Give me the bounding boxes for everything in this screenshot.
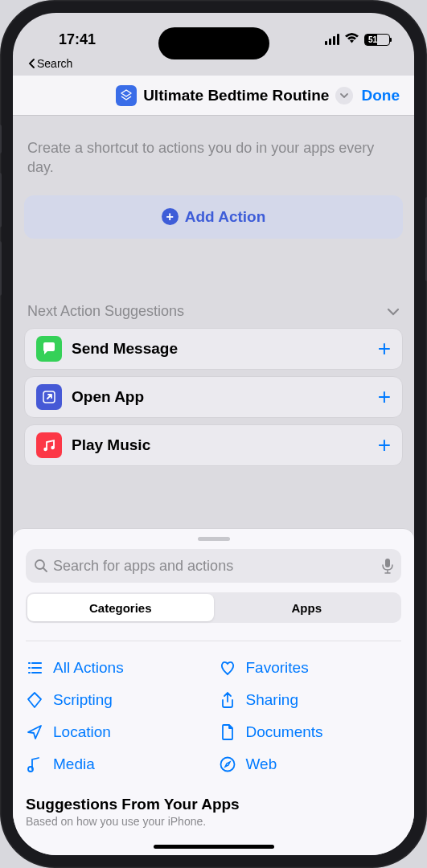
- wifi-icon: [344, 31, 359, 47]
- location-icon: [26, 723, 43, 741]
- list-icon: [26, 659, 43, 677]
- bottom-sheet[interactable]: Categories Apps All ActionsFavoritesScri…: [13, 529, 414, 855]
- instruction-text: Create a shortcut to actions you do in y…: [24, 138, 403, 178]
- svg-rect-4: [385, 559, 390, 567]
- category-scripting[interactable]: Scripting: [26, 691, 209, 709]
- message-app-icon: [36, 336, 62, 362]
- category-label: All Actions: [53, 659, 124, 677]
- suggestion-label: Play Music: [72, 436, 368, 454]
- shortcut-icon: [116, 85, 137, 106]
- category-label: Sharing: [246, 691, 299, 709]
- suggestions-header: Next Action Suggestions: [27, 303, 184, 320]
- page-title: Ultimate Bedtime Routine: [143, 87, 329, 104]
- open-app-icon: [36, 384, 62, 410]
- suggestion-row[interactable]: Open App +: [24, 376, 403, 418]
- share-icon: [219, 691, 236, 709]
- search-icon: [34, 559, 48, 573]
- tab-categories[interactable]: Categories: [27, 594, 214, 621]
- add-action-label: Add Action: [185, 208, 266, 226]
- add-suggestion-button[interactable]: +: [378, 384, 391, 410]
- battery-icon: 51: [364, 34, 390, 46]
- back-label: Search: [37, 57, 72, 70]
- heart-icon: [219, 659, 236, 677]
- sheet-grabber[interactable]: [198, 537, 230, 541]
- category-media[interactable]: Media: [26, 755, 209, 773]
- category-label: Web: [246, 755, 277, 773]
- category-label: Location: [53, 723, 111, 741]
- plus-circle-icon: +: [162, 208, 179, 225]
- back-button[interactable]: Search: [27, 57, 72, 70]
- done-button[interactable]: Done: [362, 87, 400, 104]
- category-documents[interactable]: Documents: [219, 723, 402, 741]
- svg-point-6: [220, 758, 234, 772]
- status-time: 17:41: [37, 31, 117, 48]
- add-suggestion-button[interactable]: +: [378, 336, 391, 362]
- category-label: Favorites: [246, 659, 309, 677]
- app-suggestions-sub: Based on how you use your iPhone.: [26, 815, 401, 828]
- suggestion-label: Open App: [72, 388, 368, 406]
- category-label: Media: [53, 755, 95, 773]
- search-input[interactable]: [53, 558, 377, 575]
- add-action-button[interactable]: + Add Action: [24, 195, 403, 239]
- collapse-button[interactable]: [387, 303, 400, 320]
- category-location[interactable]: Location: [26, 723, 209, 741]
- add-suggestion-button[interactable]: +: [378, 432, 391, 458]
- app-suggestions-header: Suggestions From Your Apps: [26, 796, 401, 813]
- compass-icon: [219, 755, 236, 773]
- music-app-icon: [36, 432, 62, 458]
- suggestion-label: Send Message: [72, 340, 368, 358]
- home-indicator[interactable]: [154, 845, 274, 849]
- category-label: Scripting: [53, 691, 113, 709]
- category-favorites[interactable]: Favorites: [219, 659, 402, 677]
- category-label: Documents: [246, 723, 323, 741]
- segment-control[interactable]: Categories Apps: [26, 592, 401, 623]
- title-menu-button[interactable]: [335, 87, 353, 104]
- svg-point-3: [35, 560, 44, 569]
- category-sharing[interactable]: Sharing: [219, 691, 402, 709]
- dynamic-island: [158, 27, 269, 59]
- tab-apps[interactable]: Apps: [214, 594, 400, 621]
- doc-icon: [219, 723, 236, 741]
- search-field[interactable]: [26, 549, 401, 583]
- category-all-actions[interactable]: All Actions: [26, 659, 209, 677]
- suggestion-row[interactable]: Play Music +: [24, 424, 403, 466]
- mic-icon[interactable]: [382, 558, 393, 574]
- category-web[interactable]: Web: [219, 755, 402, 773]
- nav-bar: Ultimate Bedtime Routine Done: [13, 76, 414, 116]
- svg-point-2: [51, 445, 54, 448]
- tag-icon: [26, 691, 43, 709]
- signal-icon: [325, 34, 340, 45]
- note-icon: [26, 755, 43, 773]
- svg-point-1: [43, 447, 47, 450]
- suggestion-row[interactable]: Send Message +: [24, 328, 403, 370]
